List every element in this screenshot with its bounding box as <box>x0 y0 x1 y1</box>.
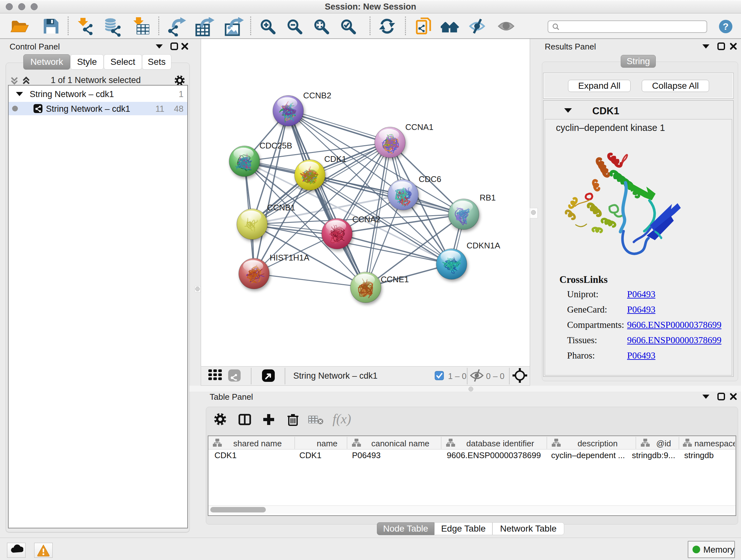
svg-text:CDKN1A: CDKN1A <box>467 241 500 250</box>
svg-text:CCNB1: CCNB1 <box>267 203 295 212</box>
svg-text:CDC25B: CDC25B <box>259 141 292 150</box>
svg-text:CDK1: CDK1 <box>324 154 346 164</box>
svg-text:CCNB2: CCNB2 <box>303 91 331 100</box>
svg-text:CCNA1: CCNA1 <box>405 122 433 132</box>
svg-text:CCNE1: CCNE1 <box>381 274 409 284</box>
svg-text:RB1: RB1 <box>480 193 496 202</box>
svg-text:CDC6: CDC6 <box>419 174 441 184</box>
svg-text:CCNA2: CCNA2 <box>352 214 381 224</box>
svg-text:HIST1H1A: HIST1H1A <box>270 253 310 262</box>
